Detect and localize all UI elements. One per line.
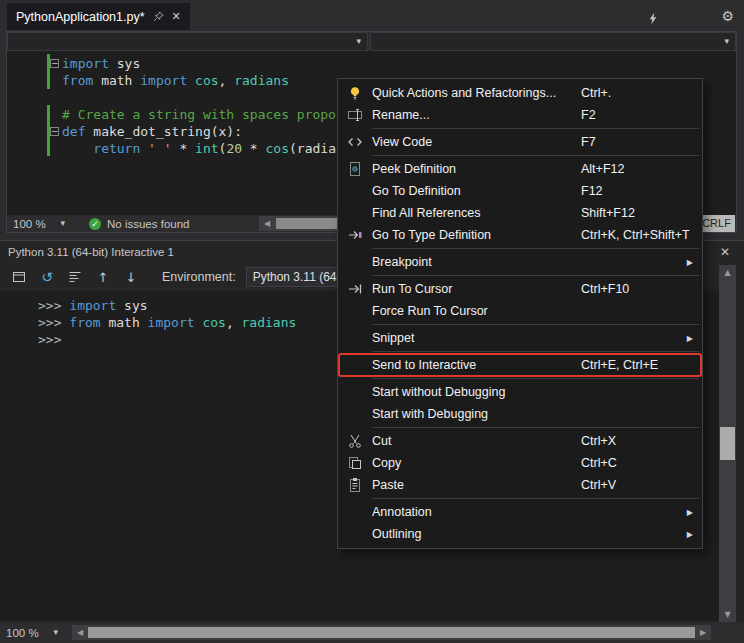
menu-item-snippet[interactable]: Snippet▶ [338, 327, 702, 349]
menu-item-label: View Code [372, 135, 432, 149]
tab-pythonapplication1[interactable]: PythonApplication1.py* ✕ [7, 3, 190, 30]
interactive-status-bar: 100 % ▾ ◀ ▶ [0, 622, 744, 643]
menu-item-find-all-references[interactable]: Find All ReferencesShift+F12 [338, 202, 702, 224]
menu-item-copy[interactable]: CopyCtrl+C [338, 452, 702, 474]
menu-separator [372, 351, 699, 352]
close-icon[interactable]: ✕ [172, 10, 181, 23]
cut-icon [338, 433, 372, 449]
lightning-icon[interactable] [648, 11, 658, 29]
editor-zoom-dropdown[interactable]: 100 % ▾ [13, 218, 65, 230]
navbar-project-dropdown[interactable]: ▾ [7, 32, 368, 51]
menu-item-shortcut: Ctrl+C [581, 456, 617, 470]
menu-item-shortcut: Ctrl+F10 [581, 282, 629, 296]
menu-item-shortcut: Ctrl+V [581, 478, 616, 492]
menu-item-quick-actions-and-refactorings[interactable]: Quick Actions and Refactorings...Ctrl+. [338, 82, 702, 104]
menu-item-label: Force Run To Cursor [372, 304, 488, 318]
menu-separator [372, 128, 699, 129]
menu-item-shortcut: F2 [581, 108, 596, 122]
issues-text: No issues found [107, 218, 189, 230]
eol-indicator[interactable]: CRLF [698, 215, 735, 232]
scrollbar-thumb[interactable] [720, 427, 735, 460]
close-icon[interactable]: ✕ [720, 245, 730, 259]
menu-item-start-without-debugging[interactable]: Start without Debugging [338, 381, 702, 403]
menu-item-breakpoint[interactable]: Breakpoint▶ [338, 251, 702, 273]
scrollbar-thumb[interactable] [88, 627, 695, 638]
menu-separator [372, 498, 699, 499]
menu-item-force-run-to-cursor[interactable]: Force Run To Cursor [338, 300, 702, 322]
menu-item-shortcut: Alt+F12 [581, 162, 624, 176]
menu-item-go-to-definition[interactable]: Go To DefinitionF12 [338, 180, 702, 202]
navbar-member-dropdown[interactable]: ▾ [370, 32, 736, 51]
menu-item-cut[interactable]: CutCtrl+X [338, 430, 702, 452]
menu-item-annotation[interactable]: Annotation▶ [338, 501, 702, 523]
menu-item-label: Breakpoint [372, 255, 432, 269]
pin-icon[interactable] [153, 11, 164, 22]
scroll-up-icon[interactable]: ▲ [719, 265, 736, 280]
menu-item-shortcut: Ctrl+. [581, 86, 611, 100]
menu-item-outlining[interactable]: Outlining▶ [338, 523, 702, 545]
clear-screen-icon[interactable] [66, 268, 84, 286]
context-menu: Quick Actions and Refactorings...Ctrl+.R… [337, 78, 703, 549]
interactive-code-lines: >>> import sys>>> from math import cos, … [38, 297, 296, 348]
fold-collapse-icon[interactable]: − [50, 59, 59, 68]
history-next-icon[interactable]: ↓ [122, 268, 140, 286]
environment-label: Environment: [162, 270, 236, 284]
menu-item-label: Paste [372, 478, 404, 492]
menu-item-label: Run To Cursor [372, 282, 452, 296]
menu-item-shortcut: F7 [581, 135, 596, 149]
history-previous-icon[interactable]: ↑ [94, 268, 112, 286]
submenu-arrow-icon: ▶ [687, 530, 693, 539]
menu-item-peek-definition[interactable]: Peek DefinitionAlt+F12 [338, 158, 702, 180]
menu-item-shortcut: Ctrl+E, Ctrl+E [581, 358, 658, 372]
menu-item-label: Copy [372, 456, 401, 470]
scroll-left-icon[interactable]: ◀ [259, 216, 275, 231]
interactive-window-icon[interactable] [10, 268, 28, 286]
tab-title: PythonApplication1.py* [16, 10, 145, 24]
menu-item-run-to-cursor[interactable]: Run To CursorCtrl+F10 [338, 278, 702, 300]
menu-item-shortcut: Ctrl+K, Ctrl+Shift+T [581, 228, 690, 242]
reset-icon[interactable]: ↺ [38, 268, 56, 286]
interactive-horizontal-scrollbar[interactable]: ◀ ▶ [72, 625, 711, 640]
submenu-arrow-icon: ▶ [687, 258, 693, 267]
scroll-left-icon[interactable]: ◀ [72, 625, 88, 640]
scroll-right-icon[interactable]: ▶ [695, 625, 711, 640]
gear-icon[interactable]: ⚙ [721, 8, 734, 24]
menu-item-label: Start with Debugging [372, 407, 488, 421]
view-code-icon [338, 134, 372, 150]
menu-item-paste[interactable]: PasteCtrl+V [338, 474, 702, 496]
fold-collapse-icon[interactable]: − [50, 127, 59, 136]
menu-item-label: Start without Debugging [372, 385, 505, 399]
menu-item-label: Go To Type Definition [372, 228, 491, 242]
issues-indicator[interactable]: ✓ No issues found [89, 218, 189, 230]
peek-definition-icon [338, 161, 372, 177]
interactive-vertical-scrollbar[interactable]: ▲ ▼ [719, 265, 736, 622]
menu-item-shortcut: Ctrl+X [581, 434, 616, 448]
code-line: >>> from math import cos, radians [38, 314, 296, 331]
code-line: from math import cos, radians [62, 72, 344, 89]
menu-item-label: Send to Interactive [372, 358, 476, 372]
menu-item-rename[interactable]: Rename...F2 [338, 104, 702, 126]
menu-item-label: Quick Actions and Refactorings... [372, 86, 556, 100]
menu-item-label: Snippet [372, 331, 414, 345]
interactive-zoom-dropdown[interactable]: 100 % ▾ [6, 627, 58, 639]
menu-item-label: Find All References [372, 206, 480, 220]
menu-item-go-to-type-definition[interactable]: Go To Type DefinitionCtrl+K, Ctrl+Shift+… [338, 224, 702, 246]
menu-item-start-with-debugging[interactable]: Start with Debugging [338, 403, 702, 425]
navigation-bar: ▾ ▾ [7, 32, 736, 51]
tab-bar: PythonApplication1.py* ✕ ⚙ [0, 0, 744, 30]
menu-item-view-code[interactable]: View CodeF7 [338, 131, 702, 153]
lightbulb-icon [338, 85, 372, 101]
code-line: def make_dot_string(x): [62, 123, 344, 140]
check-icon: ✓ [89, 218, 101, 230]
chevron-down-icon: ▾ [53, 628, 58, 637]
menu-separator [372, 378, 699, 379]
code-line: >>> import sys [38, 297, 296, 314]
menu-item-send-to-interactive[interactable]: Send to InteractiveCtrl+E, Ctrl+E [338, 354, 702, 376]
menu-item-label: Annotation [372, 505, 432, 519]
menu-separator [372, 427, 699, 428]
menu-item-shortcut: Shift+F12 [581, 206, 635, 220]
chevron-down-icon: ▾ [724, 37, 729, 46]
run-to-cursor-icon [338, 281, 372, 297]
menu-item-label: Cut [372, 434, 391, 448]
scroll-down-icon[interactable]: ▼ [719, 607, 736, 622]
